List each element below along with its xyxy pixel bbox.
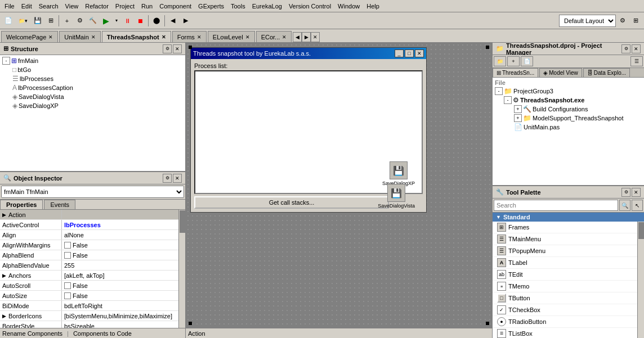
pm-tab-dataexplorer[interactable]: 🗄 Data Explo... [583,68,630,77]
tab-close-welcomepage[interactable]: ✕ [48,34,53,40]
run-dropdown-button[interactable]: ▾ [113,15,120,27]
tree-item-savedialogvista[interactable]: ◈ SaveDialogVista [1,92,184,101]
pm-toolbar-btn2[interactable]: + [507,56,520,66]
grid-row-borderstyle[interactable]: BorderStyle bsSizeable [0,321,178,328]
pause-button[interactable]: ⏸ [121,15,133,27]
tree-item-btgo[interactable]: □ btGo [1,65,184,74]
save-button[interactable]: 💾 [32,15,44,27]
stop-button[interactable]: ⏹ [134,15,146,27]
tab-ecor[interactable]: ECor... ✕ [256,31,292,42]
pm-tab-modelview[interactable]: ◈ Model View [539,68,582,77]
menubar-item-file[interactable]: File [1,2,18,11]
checkbox-autoscroll[interactable] [64,282,71,289]
tree-item-fmmain[interactable]: - ⊞ fmMain [1,56,184,65]
menubar-item-component[interactable]: Component [156,2,195,11]
tab-scroll-right[interactable]: ▶ [302,32,311,42]
tab-close-threadssnapshot[interactable]: ✕ [162,34,166,40]
tp-config-btn[interactable]: ⚙ [621,188,630,197]
menubar-item-view[interactable]: View [62,2,82,11]
pm-item-unitmain-pas[interactable]: 📄 UnitMain.pas [494,123,643,132]
inspector-config-btn[interactable]: ⚙ [163,174,172,183]
tool-item-tmemo[interactable]: ≡ TMemo [493,281,637,292]
tree-expand-fmmain[interactable]: - [2,57,10,65]
pm-config-btn[interactable]: ⚙ [621,44,630,53]
menubar-item-project[interactable]: Project [112,2,138,11]
layout-btn2[interactable]: ⊞ [629,15,642,27]
tool-section-standard[interactable]: ▼ Standard [493,213,644,222]
grid-row-alphablendvalue[interactable]: AlphaBlendValue 255 [0,260,178,271]
menubar-item-search[interactable]: Search [35,2,62,11]
checkbox-alphablend[interactable] [64,252,71,259]
pm-close-btn[interactable]: ✕ [632,44,641,53]
grid-row-activecontrol[interactable]: ActiveControl lbProcesses [0,220,178,230]
grid-row-alignwithmargins[interactable]: AlignWithMargins False [0,240,178,250]
menubar-item-gexperts[interactable]: GExperts [195,2,227,11]
menubar-item-edit[interactable]: Edit [18,2,35,11]
grid-row-bordericons[interactable]: ▶ BorderIcons [biSystemMenu,biMinimize,b… [0,311,178,321]
tool-item-tpopupmenu[interactable]: ☰ TPopupMenu [493,245,637,257]
form-maximize-btn[interactable]: □ [405,49,414,57]
new-button[interactable]: 📄 [2,15,15,27]
tree-item-lbprocesses[interactable]: ☰ lbProcesses [1,74,184,83]
form-minimize-btn[interactable]: _ [395,49,404,57]
tab-scroll-left[interactable]: ◀ [293,32,302,42]
selection-handle-br[interactable] [486,322,489,325]
tool-item-tbutton[interactable]: □ TButton [493,292,637,304]
tool-palette-search-btn[interactable]: 🔍 [619,200,630,211]
breakpoint-button[interactable]: ⬤ [150,15,163,27]
layout-dropdown[interactable]: Default Layout [559,15,616,27]
pm-item-build-config[interactable]: + 🔨 Build Configurations [494,105,643,114]
grid-row-bidimode[interactable]: BiDiMode bdLeftToRight [0,301,178,311]
form-component-savedialogvista[interactable]: 💾 SaveDialogVista [378,184,415,209]
menubar-item-tools[interactable]: Tools [227,2,249,11]
add-button[interactable]: + [61,15,73,27]
pm-expand-modelsupport[interactable]: + [514,114,522,122]
layout-config-button[interactable]: ⚙ [616,15,629,27]
pm-item-modelsupport[interactable]: + 📁 ModelSupport_ThreadsSnapshot [494,114,643,123]
pm-expand-buildconfig[interactable]: + [514,105,522,113]
grid-row-anchors[interactable]: ▶ Anchors [akLeft, akTop] [0,271,178,281]
checkbox-alignwithmargins[interactable] [64,242,71,249]
tab-unitmain[interactable]: UnitMain ✕ [59,31,100,42]
tab-forms[interactable]: Forms ✕ [172,31,207,42]
grid-row-alphablend[interactable]: AlphaBlend False [0,250,178,260]
grid-row-action-section[interactable]: ▶ Action [0,210,178,220]
menubar-item-refactor[interactable]: Refactor [82,2,112,11]
run-button[interactable]: ▶ [100,15,112,27]
pm-toolbar-btn1[interactable]: 📁 [494,56,506,66]
pm-expand-exe[interactable]: - [504,96,512,104]
tool-palette-search-input[interactable] [494,200,618,211]
pm-toolbar-btn3[interactable]: 📄 [521,56,533,66]
get-call-stacks-button[interactable]: Get call stacks... [194,196,389,209]
menubar-item-help[interactable]: Help [363,2,383,11]
grid-row-autoscroll[interactable]: AutoScroll False [0,281,178,291]
tool-item-tlabel[interactable]: A TLabel [493,257,637,269]
inspector-tab-properties[interactable]: Properties [0,200,43,209]
structure-config-btn[interactable]: ⚙ [163,44,172,53]
tab-close-elowlevel[interactable]: ✕ [245,34,250,40]
tool-item-frames[interactable]: ⊞ Frames [493,222,637,233]
tool-item-tcheckbox[interactable]: ✓ TCheckBox [493,304,637,316]
pm-expand-projectgroup[interactable]: - [495,87,503,95]
pm-tab-threadssn[interactable]: ⊞ ThreadsSn... [493,68,538,77]
selection-handle-bl[interactable] [189,322,192,325]
save-all-button[interactable]: ⊞ [44,15,57,27]
inspector-tab-events[interactable]: Events [44,200,75,209]
tree-item-savedialogxp[interactable]: ◈ SaveDialogXP [1,101,184,110]
open-dropdown-button[interactable]: 📁▾ [15,15,31,27]
inspector-object-select[interactable]: fmMain TfnMain [1,186,184,198]
tool-item-tlistbox[interactable]: ☰ TListBox [493,328,637,338]
form-design-area[interactable]: Threads snapshot tool by EurekaLab s.a.s… [186,43,492,328]
tab-welcomepage[interactable]: WelcomePage ✕ [1,31,58,42]
tp-close-btn[interactable]: ✕ [632,188,641,197]
menubar-item-versioncontrol[interactable]: Version Control [285,2,334,11]
inspector-close-btn[interactable]: ✕ [173,174,182,183]
pm-item-projectgroup[interactable]: - 📁 ProjectGroup3 [494,87,643,96]
tool-item-tedit[interactable]: ab TEdit [493,269,637,281]
form-component-savedialogxp[interactable]: 💾 SaveDialogXP [382,161,415,186]
menubar-item-run[interactable]: Run [138,2,156,11]
checkbox-autosize[interactable] [64,292,71,299]
pm-toolbar-btn4[interactable]: ☰ [630,56,643,66]
menubar-item-eurekalog[interactable]: EurekaLog [249,2,285,11]
form-close-btn[interactable]: ✕ [415,49,424,57]
